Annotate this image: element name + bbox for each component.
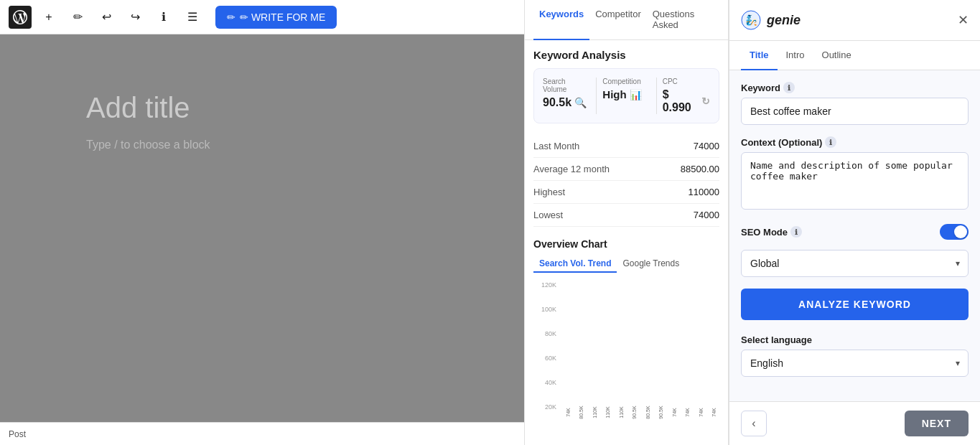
competition-label: Competition	[602, 78, 650, 85]
tab-title[interactable]: Title	[741, 41, 778, 70]
back-button[interactable]: ‹	[741, 411, 767, 436]
context-field-group: Context (Optional) ℹ Name and descriptio…	[741, 136, 969, 212]
wp-logo	[9, 6, 32, 29]
bar-chart: 120K 100K 80K 60K 40K 20K 74K80.5K110K11…	[533, 281, 719, 425]
chart-title: Overview Chart	[533, 238, 719, 250]
search-volume-stat: Search Volume 90.5k 🔍	[543, 78, 590, 114]
editor-content-placeholder: Type / to choose a block	[86, 139, 210, 151]
genie-body: Keyword ℹ Context (Optional) ℹ Name and …	[729, 70, 980, 401]
language-select[interactable]: English Spanish French German	[741, 350, 969, 377]
bar-value-9: 74K	[685, 408, 690, 416]
search-icon: 🔍	[574, 97, 587, 108]
add-block-button[interactable]: +	[37, 6, 60, 29]
bar-value-10: 74K	[698, 408, 703, 416]
post-label: Post	[9, 429, 26, 439]
seo-mode-text: SEO Mode	[741, 227, 788, 238]
chart-tabs: Search Vol. Trend Google Trends	[533, 256, 719, 273]
metric-label-3: Lowest	[533, 210, 563, 220]
bar-value-1: 80.5K	[579, 406, 584, 418]
metric-lowest: Lowest 74000	[533, 204, 719, 227]
y-axis-labels: 120K 100K 80K 60K 40K 20K	[533, 281, 559, 411]
keyword-info-icon[interactable]: ℹ	[783, 82, 795, 93]
tab-questions[interactable]: Questions Asked	[647, 0, 719, 40]
cpc-stat: CPC $ 0.990 ↻	[663, 78, 710, 114]
genie-header: 🧞 genie ✕	[729, 0, 980, 41]
keyword-panel: Keywords Competitor Questions Asked Keyw…	[524, 0, 729, 445]
metric-last-month: Last Month 74000	[533, 135, 719, 158]
metric-value-1: 88500.00	[681, 164, 719, 174]
info-button[interactable]: ℹ	[152, 6, 175, 29]
undo-button[interactable]: ↩	[95, 6, 118, 29]
back-icon: ‹	[752, 417, 755, 430]
genie-logo: 🧞 genie	[741, 10, 801, 30]
genie-tabs: Title Intro Outline	[729, 41, 980, 70]
refresh-icon: ↻	[701, 95, 710, 107]
tab-outline[interactable]: Outline	[813, 41, 860, 70]
context-label-text: Context (Optional)	[741, 137, 822, 148]
competition-number: High	[602, 88, 626, 100]
toolbar: + ✏ ↩ ↪ ℹ ☰ ✏ ✏ WRITE FOR ME	[0, 0, 524, 34]
bar-value-8: 74K	[671, 408, 676, 416]
pencil-icon: ✏	[227, 11, 235, 23]
bar-value-0: 74K	[565, 408, 570, 416]
close-button[interactable]: ✕	[958, 12, 969, 28]
keyword-input[interactable]	[741, 98, 969, 125]
genie-logo-icon: 🧞	[741, 10, 761, 30]
editor-content[interactable]: Add title Type / to choose a block	[0, 34, 524, 422]
metric-value-3: 74000	[694, 210, 719, 220]
metric-value-2: 110000	[689, 187, 719, 197]
context-textarea[interactable]: Name and description of some popular cof…	[741, 152, 969, 210]
bar-value-11: 74K	[711, 408, 717, 416]
bar-value-4: 110K	[618, 406, 623, 418]
tab-competitor[interactable]: Competitor	[589, 0, 647, 40]
genie-logo-text: genie	[767, 13, 801, 28]
seo-mode-toggle[interactable]	[940, 224, 969, 240]
metric-label-2: Highest	[533, 187, 565, 197]
bars-container: 74K80.5K110K110K110K90.5K80.5K90.5K74K74…	[562, 281, 719, 411]
analyze-keyword-button[interactable]: ANALYZE KEYWORD	[741, 289, 969, 320]
search-volume-value: 90.5k 🔍	[543, 96, 590, 109]
metric-label-0: Last Month	[533, 141, 579, 151]
metric-highest: Highest 110000	[533, 181, 719, 204]
seo-mode-info-icon[interactable]: ℹ	[790, 226, 802, 238]
seo-mode-row: SEO Mode ℹ	[741, 224, 969, 240]
context-info-icon[interactable]: ℹ	[825, 136, 836, 148]
editor-title-placeholder[interactable]: Add title	[86, 92, 190, 124]
editor-footer: Post	[0, 422, 524, 445]
scope-select[interactable]: Global United States United Kingdom	[741, 250, 969, 277]
cpc-value: $ 0.990 ↻	[663, 88, 710, 114]
write-for-me-button[interactable]: ✏ ✏ WRITE FOR ME	[215, 6, 337, 29]
edit-button[interactable]: ✏	[66, 6, 89, 29]
next-button[interactable]: NEXT	[905, 411, 969, 436]
list-button[interactable]: ☰	[181, 6, 204, 29]
genie-footer: ‹ NEXT	[729, 401, 980, 445]
chart-tab-search[interactable]: Search Vol. Trend	[533, 256, 617, 273]
editor-wrapper: + ✏ ↩ ↪ ℹ ☰ ✏ ✏ WRITE FOR ME Add title T…	[0, 0, 524, 445]
language-label: Select language	[741, 334, 969, 345]
bar-chart-icon: 📊	[630, 89, 642, 100]
stats-card: Search Volume 90.5k 🔍 Competition High 📊…	[533, 68, 719, 123]
keyword-field-label: Keyword ℹ	[741, 82, 969, 93]
search-volume-number: 90.5k	[543, 96, 571, 109]
bar-value-3: 110K	[605, 406, 610, 418]
genie-panel: 🧞 genie ✕ Title Intro Outline Keyword ℹ …	[729, 0, 980, 445]
metric-label-1: Average 12 month	[533, 164, 610, 174]
competition-value: High 📊	[602, 88, 650, 100]
scope-select-wrapper: Global United States United Kingdom ▾	[741, 250, 969, 277]
keyword-analysis-title: Keyword Analysis	[533, 49, 719, 61]
search-volume-label: Search Volume	[543, 78, 590, 93]
keyword-tabs: Keywords Competitor Questions Asked	[525, 0, 728, 40]
bar-value-6: 80.5K	[645, 406, 650, 418]
tab-keywords[interactable]: Keywords	[533, 0, 589, 40]
stat-divider-2	[656, 78, 657, 114]
seo-mode-label: SEO Mode ℹ	[741, 226, 802, 238]
bar-value-2: 110K	[592, 406, 597, 418]
redo-button[interactable]: ↪	[123, 6, 146, 29]
competition-stat: Competition High 📊	[602, 78, 650, 114]
tab-intro[interactable]: Intro	[778, 41, 813, 70]
svg-text:🧞: 🧞	[745, 14, 758, 27]
chart-tab-google[interactable]: Google Trends	[617, 256, 685, 273]
metrics-table: Last Month 74000 Average 12 month 88500.…	[533, 135, 719, 227]
wp-icon	[13, 10, 27, 24]
keyword-body: Keyword Analysis Search Volume 90.5k 🔍 C…	[525, 40, 728, 445]
